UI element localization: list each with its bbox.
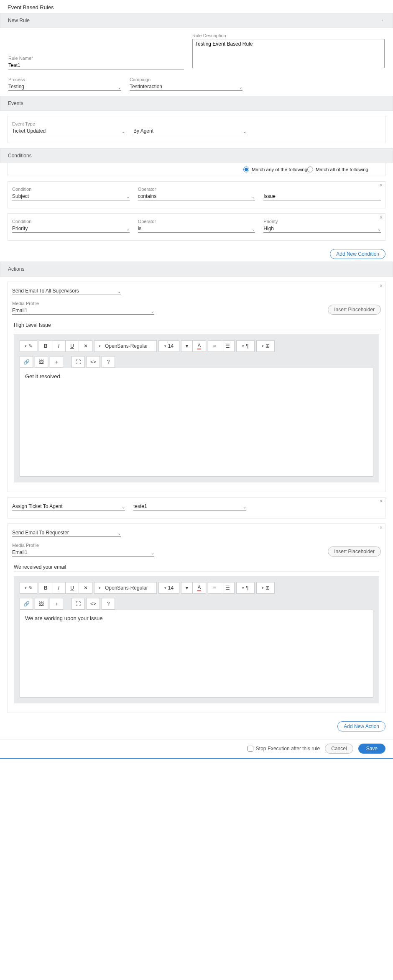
clear-format-icon[interactable]: ✕ bbox=[79, 340, 92, 352]
link-icon[interactable]: 🔗 bbox=[20, 598, 33, 610]
underline-icon[interactable]: U bbox=[66, 582, 79, 594]
chevron-down-icon: ⌄ bbox=[117, 531, 121, 536]
close-icon[interactable]: × bbox=[380, 215, 383, 221]
expand-icon[interactable]: ⛶ bbox=[71, 356, 85, 368]
action2-value-select[interactable]: teste1 ⌄ bbox=[133, 503, 246, 511]
cond1-op-select[interactable]: contains ⌄ bbox=[138, 192, 255, 200]
save-button[interactable]: Save bbox=[358, 744, 385, 754]
match-any-radio[interactable]: Match any of the following bbox=[243, 167, 307, 172]
process-label: Process bbox=[8, 77, 121, 82]
condition-panel-1: × Condition Subject ⌄ Operator contains … bbox=[8, 181, 385, 208]
font-color-icon[interactable]: A bbox=[193, 582, 206, 594]
rte-2: ▾✎ B I U ✕ ▾OpenSans-Regular ▾14 ▾ A ≡ ☰… bbox=[14, 576, 379, 703]
italic-icon[interactable]: I bbox=[52, 582, 66, 594]
process-value: Testing bbox=[8, 84, 24, 90]
font-size-select[interactable]: ▾14 bbox=[158, 582, 179, 594]
match-all-radio[interactable]: Match all of the following bbox=[307, 167, 368, 172]
action1-body[interactable]: Get it resolved. bbox=[20, 368, 373, 477]
plus-icon[interactable]: ＋ bbox=[50, 356, 63, 368]
image-icon[interactable]: 🖼 bbox=[35, 356, 48, 368]
chevron-down-icon: ⌄ bbox=[243, 505, 246, 509]
cond1-op: contains bbox=[138, 193, 157, 199]
link-icon[interactable]: 🔗 bbox=[20, 356, 33, 368]
underline-icon[interactable]: U bbox=[66, 340, 79, 352]
more-icon[interactable]: . bbox=[382, 17, 385, 20]
rule-name-input[interactable] bbox=[8, 62, 184, 69]
cond1-value-input[interactable] bbox=[263, 192, 381, 200]
cond1-field: Subject bbox=[12, 193, 29, 199]
event-type-select[interactable]: Ticket Updated ⌄ bbox=[12, 127, 125, 135]
chevron-down-icon: ⌄ bbox=[122, 505, 125, 509]
list-ul-icon[interactable]: ☰ bbox=[221, 340, 235, 352]
close-icon[interactable]: × bbox=[380, 283, 383, 289]
cond2-op-select[interactable]: is ⌄ bbox=[138, 225, 255, 233]
code-icon[interactable]: <> bbox=[87, 356, 100, 368]
close-icon[interactable]: × bbox=[380, 525, 383, 531]
cond1-op-label: Operator bbox=[138, 187, 255, 192]
font-select[interactable]: ▾OpenSans-Regular bbox=[94, 582, 157, 594]
chevron-down-icon: ⌄ bbox=[126, 195, 130, 199]
action3-media-select[interactable]: Email1 ⌄ bbox=[12, 549, 154, 557]
chevron-down-icon: ⌄ bbox=[252, 227, 255, 231]
bold-icon[interactable]: B bbox=[39, 582, 52, 594]
action1-subject[interactable]: High Level Issue bbox=[14, 321, 379, 330]
plus-icon[interactable]: ＋ bbox=[50, 598, 63, 610]
list-ol-icon[interactable]: ≡ bbox=[208, 582, 221, 594]
cond2-field-select[interactable]: Priority ⌄ bbox=[12, 225, 130, 233]
cond2-value-select[interactable]: High ⌄ bbox=[263, 225, 381, 233]
event-by-select[interactable]: By Agent ⌄ bbox=[133, 127, 246, 135]
font-color-dropdown[interactable]: ▾ bbox=[181, 582, 193, 594]
cancel-button[interactable]: Cancel bbox=[325, 744, 353, 754]
list-ol-icon[interactable]: ≡ bbox=[208, 340, 221, 352]
table-dropdown[interactable]: ▾⊞ bbox=[256, 340, 275, 352]
font-size-select[interactable]: ▾14 bbox=[158, 340, 179, 352]
action-panel-3: × Send Email To Requester ⌄ Media Profil… bbox=[8, 523, 385, 713]
font-select[interactable]: ▾OpenSans-Regular bbox=[94, 340, 157, 352]
italic-icon[interactable]: I bbox=[52, 340, 66, 352]
action-panel-1: × Send Email To All Supervisors ⌄ Media … bbox=[8, 282, 385, 492]
add-action-button[interactable]: Add New Action bbox=[337, 721, 385, 731]
insert-placeholder-button[interactable]: Insert Placeholder bbox=[328, 546, 381, 557]
help-icon[interactable]: ? bbox=[102, 356, 115, 368]
cond2-val-label: Priority bbox=[263, 219, 381, 224]
format-dropdown[interactable]: ▾✎ bbox=[20, 582, 37, 594]
insert-placeholder-button[interactable]: Insert Placeholder bbox=[328, 305, 381, 315]
process-select[interactable]: Testing ⌄ bbox=[8, 83, 121, 91]
list-ul-icon[interactable]: ☰ bbox=[221, 582, 235, 594]
rule-desc-label: Rule Description bbox=[192, 33, 385, 38]
code-icon[interactable]: <> bbox=[87, 598, 100, 610]
action3-type-select[interactable]: Send Email To Requester ⌄ bbox=[12, 529, 121, 537]
image-icon[interactable]: 🖼 bbox=[35, 598, 48, 610]
chevron-down-icon: ⌄ bbox=[151, 309, 154, 313]
campaign-value: TestInteraction bbox=[130, 84, 162, 90]
chevron-down-icon: ⌄ bbox=[378, 227, 381, 231]
action3-body[interactable]: We are working upon your issue bbox=[20, 610, 373, 698]
add-condition-button[interactable]: Add New Condition bbox=[330, 249, 385, 259]
stop-execution-checkbox[interactable]: Stop Execution after this rule bbox=[248, 746, 320, 752]
paragraph-dropdown[interactable]: ▾¶ bbox=[236, 340, 255, 352]
events-panel: Event Type Ticket Updated ⌄ By Agent ⌄ bbox=[8, 116, 385, 143]
page-title: Event Based Rules bbox=[0, 0, 393, 13]
bold-icon[interactable]: B bbox=[39, 340, 52, 352]
font-color-icon[interactable]: A bbox=[193, 340, 206, 352]
cond1-field-select[interactable]: Subject ⌄ bbox=[12, 192, 130, 200]
campaign-select[interactable]: TestInteraction ⌄ bbox=[130, 83, 242, 91]
action3-subject[interactable]: We received your email bbox=[14, 562, 379, 572]
action1-type-select[interactable]: Send Email To All Supervisors ⌄ bbox=[12, 287, 121, 295]
clear-format-icon[interactable]: ✕ bbox=[79, 582, 92, 594]
action2-type-select[interactable]: Assign Ticket To Agent ⌄ bbox=[12, 503, 125, 511]
paragraph-dropdown[interactable]: ▾¶ bbox=[236, 582, 255, 594]
format-dropdown[interactable]: ▾✎ bbox=[20, 340, 37, 352]
table-dropdown[interactable]: ▾⊞ bbox=[256, 582, 275, 594]
close-icon[interactable]: × bbox=[380, 182, 383, 188]
help-icon[interactable]: ? bbox=[102, 598, 115, 610]
rule-desc-input[interactable]: Testing Event Based Rule bbox=[192, 39, 385, 68]
cond1-label: Condition bbox=[12, 187, 130, 192]
expand-icon[interactable]: ⛶ bbox=[71, 598, 85, 610]
font-color-dropdown[interactable]: ▾ bbox=[181, 340, 193, 352]
close-icon[interactable]: × bbox=[380, 498, 383, 504]
action1-media-select[interactable]: Email1 ⌄ bbox=[12, 307, 154, 315]
actions-header: Actions bbox=[0, 262, 393, 277]
action3-media-label: Media Profile bbox=[12, 543, 154, 548]
match-all-label: Match all of the following bbox=[316, 167, 368, 172]
